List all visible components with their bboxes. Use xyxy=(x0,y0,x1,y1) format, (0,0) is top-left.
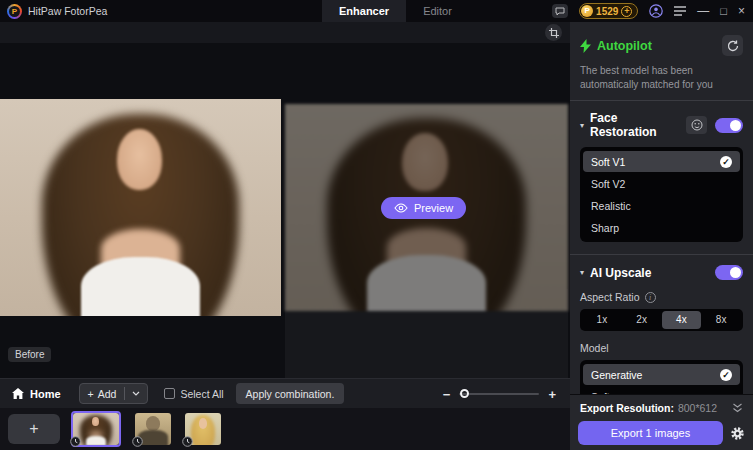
before-image xyxy=(0,99,281,316)
coin-icon: P xyxy=(581,5,593,17)
feedback-icon[interactable] xyxy=(552,4,568,18)
thumbnail-vintage-man[interactable] xyxy=(135,413,171,445)
model-label: Model xyxy=(580,342,743,354)
credits-pill[interactable]: P 1529 + xyxy=(579,3,638,19)
export-button[interactable]: Export 1 images xyxy=(578,421,723,445)
divider xyxy=(570,254,753,255)
ai-upscale-header: ▾ AI Upscale xyxy=(580,265,743,280)
bottom-toolbar: Home + Add Select All Apply combination.… xyxy=(0,378,570,408)
option-label: Realistic xyxy=(591,200,631,212)
clock-badge-icon xyxy=(70,436,81,447)
export-resolution-label: Export Resolution: xyxy=(580,402,674,414)
plus-icon: + xyxy=(88,388,94,400)
title-bar: P HitPaw FotorPea Enhancer Editor P 1529… xyxy=(0,0,753,22)
select-all-label: Select All xyxy=(180,388,223,400)
expand-resolution-button[interactable] xyxy=(732,403,743,413)
refresh-button[interactable] xyxy=(722,35,743,56)
export-panel: Export Resolution: 800*612 Export 1 imag… xyxy=(570,394,753,450)
add-label: Add xyxy=(98,388,117,400)
before-badge: Before xyxy=(8,347,51,362)
collapse-caret-icon[interactable]: ▾ xyxy=(580,121,584,130)
autopilot-header: Autopilot xyxy=(580,35,743,56)
option-label: Generative xyxy=(591,369,642,381)
autopilot-title: Autopilot xyxy=(597,39,652,53)
tab-enhancer[interactable]: Enhancer xyxy=(322,0,406,22)
portrait-face xyxy=(117,129,162,190)
add-button-main[interactable]: + Add xyxy=(80,388,125,400)
export-settings-gear-icon[interactable] xyxy=(730,426,745,441)
refresh-icon xyxy=(727,40,739,52)
chevron-down-icon xyxy=(132,391,140,396)
aspect-ratio-label: Aspect Ratio xyxy=(580,291,640,303)
close-button[interactable]: × xyxy=(738,0,745,22)
ratio-8x[interactable]: 8x xyxy=(701,311,741,329)
minimize-button[interactable]: — xyxy=(697,0,709,22)
apply-combination-button[interactable]: Apply combination. xyxy=(236,383,345,404)
maximize-button[interactable]: □ xyxy=(720,0,727,22)
thumbnail-blonde-woman[interactable] xyxy=(185,413,221,445)
aspect-ratio-segments: 1x 2x 4x 8x xyxy=(580,309,743,331)
filmstrip: + xyxy=(0,408,570,450)
add-dropdown-button[interactable] xyxy=(125,391,147,396)
double-chevron-down-icon xyxy=(732,403,743,413)
preview-label: Preview xyxy=(414,202,453,214)
face-restoration-title: Face Restoration xyxy=(590,111,680,139)
home-button[interactable]: Home xyxy=(12,388,61,400)
face-restoration-toggle[interactable] xyxy=(715,118,743,133)
option-label: Sharp xyxy=(591,222,619,234)
add-button[interactable]: + Add xyxy=(79,383,149,404)
info-icon[interactable]: i xyxy=(645,292,656,303)
divider xyxy=(570,100,753,101)
eye-icon xyxy=(394,203,408,213)
clock-badge-icon xyxy=(132,436,143,447)
tab-editor[interactable]: Editor xyxy=(406,0,469,22)
ratio-4x[interactable]: 4x xyxy=(662,311,702,329)
zoom-slider[interactable] xyxy=(459,393,539,395)
ratio-1x[interactable]: 1x xyxy=(582,311,622,329)
face-restoration-header: ▾ Face Restoration xyxy=(580,111,743,139)
settings-sidebar: Autopilot The best model has been automa… xyxy=(570,22,753,450)
check-icon: ✓ xyxy=(720,156,732,168)
collapse-caret-icon[interactable]: ▾ xyxy=(580,268,584,277)
ai-upscale-title: AI Upscale xyxy=(590,266,651,280)
autopilot-description: The best model has been automatically ma… xyxy=(580,64,743,91)
preview-button[interactable]: Preview xyxy=(381,197,466,219)
option-sharp[interactable]: Sharp xyxy=(583,217,740,238)
add-image-tile[interactable]: + xyxy=(8,414,60,444)
titlebar-actions: P 1529 + — □ × xyxy=(552,0,745,22)
zoom-out-button[interactable]: − xyxy=(443,387,451,402)
lightning-icon xyxy=(580,39,591,53)
crop-icon[interactable] xyxy=(545,24,562,41)
add-credits-icon[interactable]: + xyxy=(621,6,632,17)
smiley-icon xyxy=(691,119,703,131)
ai-upscale-toggle[interactable] xyxy=(715,265,743,280)
select-all-checkbox[interactable] xyxy=(164,388,175,399)
app-logo-letter: P xyxy=(9,6,20,17)
check-icon: ✓ xyxy=(720,369,732,381)
account-icon[interactable] xyxy=(649,4,663,18)
zoom-control: − + xyxy=(443,379,556,409)
ratio-2x[interactable]: 2x xyxy=(622,311,662,329)
option-label: Soft V2 xyxy=(591,178,625,190)
aspect-ratio-row: Aspect Ratio i xyxy=(580,291,743,303)
select-all-control[interactable]: Select All xyxy=(164,388,223,400)
option-soft-v2[interactable]: Soft V2 xyxy=(583,173,740,194)
canvas-toolbar xyxy=(0,22,570,43)
face-select-button[interactable] xyxy=(686,116,707,134)
option-soft-v1[interactable]: Soft V1 ✓ xyxy=(583,151,740,172)
model-generative[interactable]: Generative ✓ xyxy=(583,364,740,385)
thumbnail-brunette-woman[interactable] xyxy=(71,411,121,447)
app-logo-icon: P xyxy=(7,4,22,19)
zoom-slider-handle[interactable] xyxy=(460,389,469,398)
face-restoration-options: Soft V1 ✓ Soft V2 Realistic Sharp xyxy=(580,147,743,242)
app-window: P HitPaw FotorPea Enhancer Editor P 1529… xyxy=(0,0,753,450)
portrait-face xyxy=(402,133,447,191)
zoom-in-button[interactable]: + xyxy=(548,387,556,402)
canvas-area: Preview Before xyxy=(0,22,570,378)
option-realistic[interactable]: Realistic xyxy=(583,195,740,216)
export-resolution-value: 800*612 xyxy=(678,402,717,414)
portrait-shirt xyxy=(367,255,486,311)
credits-count: 1529 xyxy=(596,6,618,17)
menu-icon[interactable] xyxy=(674,6,686,16)
home-label: Home xyxy=(30,388,61,400)
